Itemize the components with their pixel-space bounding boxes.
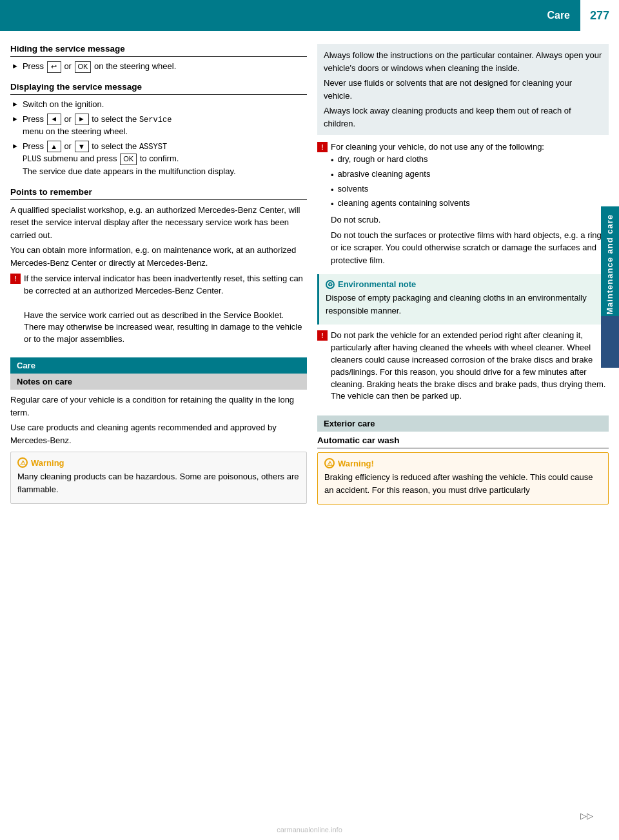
notes-p1: Regular care of your vehicle is a condit…: [10, 394, 307, 419]
no-scrub: Do not scrub.: [331, 214, 609, 226]
env-note-box: ♻ Environmental note Dispose of empty pa…: [317, 274, 609, 325]
env-note-title: ♻ Environmental note: [326, 279, 602, 289]
btn-ok-2: OK: [120, 154, 137, 165]
gray-info-box: Always follow the instructions on the pa…: [317, 44, 609, 135]
warn-icon: ⚠: [17, 457, 28, 468]
btn-up-arrow: ▲: [47, 141, 61, 152]
header-bar: Care 277: [0, 0, 619, 31]
note-text-1: If the service interval indicator has be…: [24, 273, 307, 346]
header-right: Care 277: [547, 0, 619, 31]
note-box-3: ! Do not park the vehicle for an extende…: [317, 330, 609, 405]
points-divider: [10, 199, 307, 200]
exterior-care-header: Exterior care: [317, 415, 609, 432]
btn-left-arrow: ◄: [47, 114, 61, 125]
main-content: Hiding the service message ► Press ↩ or …: [0, 31, 619, 519]
arrow-sym-1: ►: [12, 62, 19, 70]
auto-wash-heading: Automatic car wash: [317, 435, 609, 445]
note-icon-2: !: [317, 142, 328, 152]
btn-down-arrow: ▼: [75, 141, 89, 152]
header-section-label: Care: [547, 10, 580, 21]
watermark: carmanualonline.info: [277, 826, 342, 834]
warn-icon-2: ⚠: [324, 458, 335, 468]
hiding-step1: ► Press ↩ or OK on the steering wheel.: [10, 61, 307, 73]
note-text-2: For cleaning your vehicle, do not use an…: [331, 141, 609, 269]
warning-title: ⚠ Warning: [17, 457, 300, 468]
gray-p1: Always follow the instructions on the pa…: [324, 49, 602, 74]
disp-step1-text: Switch on the ignition.: [23, 99, 104, 111]
arrow-sym-3: ►: [12, 115, 19, 123]
warning2-title: ⚠ Warning!: [324, 458, 602, 468]
btn-right-arrow: ►: [75, 114, 89, 125]
gray-p2: Never use fluids or solvents that are no…: [324, 77, 602, 102]
disp-step2-text: Press ◄ or ► to select the Service menu …: [23, 114, 172, 138]
right-column: Always follow the instructions on the pa…: [317, 44, 609, 509]
disp-step3: ► Press ▲ or ▼ to select the ASSYST PLUS…: [10, 141, 307, 178]
note-icon-3: !: [317, 330, 328, 341]
hiding-heading: Hiding the service message: [10, 44, 307, 54]
gray-p3: Always lock away cleaning products and k…: [324, 105, 602, 130]
disp-step2: ► Press ◄ or ► to select the Service men…: [10, 114, 307, 138]
note-icon-1: !: [10, 274, 21, 284]
exterior-care-section: Exterior care: [317, 415, 609, 432]
disp-step1: ► Switch on the ignition.: [10, 99, 307, 111]
warn-label: Warning: [31, 458, 64, 468]
displaying-heading: Displaying the service message: [10, 82, 307, 92]
no-touch: Do not touch the surfaces or protective …: [331, 229, 609, 267]
assyst-code1: ASSYST: [139, 143, 167, 152]
side-tab-box: [601, 316, 619, 368]
assyst-code2: PLUS: [23, 155, 41, 164]
displaying-divider: [10, 94, 307, 95]
left-column: Hiding the service message ► Press ↩ or …: [10, 44, 307, 509]
bullet-2: • abrasive cleaning agents: [331, 168, 609, 182]
warning-text: Many cleaning products can be hazardous.…: [17, 470, 300, 495]
page-number: 277: [580, 0, 619, 31]
hiding-divider: [10, 56, 307, 57]
bullet-1: • dry, rough or hard cloths: [331, 154, 609, 167]
note-box-1: ! If the service interval indicator has …: [10, 273, 307, 346]
warning-box: ⚠ Warning Many cleaning products can be …: [10, 452, 307, 504]
points-p1: A qualified specialist workshop, e.g. an…: [10, 204, 307, 242]
footer-symbol: ▷▷: [580, 811, 593, 821]
points-p2: You can obtain more information, e.g. on…: [10, 244, 307, 269]
arrow-sym-4: ►: [12, 142, 19, 150]
notes-p2: Use care products and cleaning agents re…: [10, 421, 307, 446]
disp-step3-text: Press ▲ or ▼ to select the ASSYST PLUS s…: [23, 141, 236, 178]
hiding-step1-text: Press ↩ or OK on the steering wheel.: [23, 61, 176, 73]
btn-back: ↩: [47, 61, 61, 73]
side-tab-maintenance: Maintenance and care: [601, 206, 619, 323]
service-code: Service: [139, 115, 172, 125]
warn2-label: Warning!: [338, 459, 374, 468]
btn-ok-1: OK: [75, 61, 92, 73]
care-section-header: Care: [10, 357, 307, 374]
auto-wash-divider: [317, 448, 609, 448]
note-box-2: ! For cleaning your vehicle, do not use …: [317, 141, 609, 269]
bullet-4: • cleaning agents containing solvents: [331, 197, 609, 211]
care-section-wrapper: Care Notes on care: [10, 357, 307, 390]
env-text: Dispose of empty packaging and cleaning …: [326, 292, 602, 317]
warning2-text: Braking efficiency is reduced after wash…: [324, 471, 602, 496]
points-heading: Points to remember: [10, 187, 307, 197]
arrow-sym-2: ►: [12, 100, 19, 108]
warning-box-2: ⚠ Warning! Braking efficiency is reduced…: [317, 452, 609, 505]
notes-on-care-header: Notes on care: [10, 374, 307, 390]
bullet-3: • solvents: [331, 183, 609, 197]
note-text-3: Do not park the vehicle for an extended …: [331, 330, 609, 403]
env-icon: ♻: [326, 280, 335, 289]
